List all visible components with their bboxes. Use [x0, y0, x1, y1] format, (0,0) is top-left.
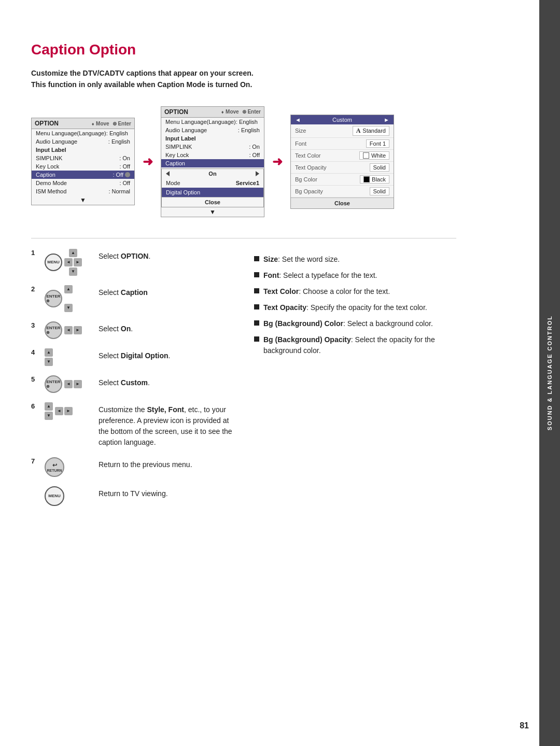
menu-row-language-2: Menu Language(Language): English	[161, 118, 264, 126]
step-2: 2 ENTER⊛ ▲ ▼ Select Caption	[31, 285, 233, 312]
menu-row-keylock-1: Key Lock: Off	[32, 162, 134, 171]
return-button: ↩ RETURN	[45, 457, 64, 477]
enter-button-3: ENTER⊛	[45, 321, 62, 339]
menu-row-audio-1: Audio Language: English	[32, 137, 134, 146]
step-menu-text: Return to TV viewing.	[99, 486, 168, 499]
step-3: 3 ENTER⊛ ◄ ► Select On.	[31, 321, 233, 339]
nav-left-5: ◄	[64, 380, 73, 388]
step-6: 6 ▲ ▼ ◄ ► Customize the Style, Font, etc…	[31, 402, 233, 448]
arrow-2: ➜	[270, 154, 285, 169]
steps-left: 1 MENU ▲ ◄ ► ▼ Select OPTION. 2	[31, 249, 233, 515]
step-1-text: Select OPTION.	[99, 249, 150, 262]
sidebar-text: Sound & Language Control	[547, 315, 553, 430]
steps-section: 1 MENU ▲ ◄ ► ▼ Select OPTION. 2	[31, 249, 456, 515]
nav-up-4: ▲	[45, 348, 53, 357]
step-7: 7 ↩ RETURN Return to the previous menu.	[31, 457, 233, 477]
bullet-square-bgopacity	[254, 336, 259, 342]
bullet-list: Size: Set the word size. Font: Select a …	[254, 254, 456, 356]
nav-right-1: ►	[74, 258, 82, 266]
bullet-square-textcolor	[254, 288, 259, 293]
submenu-close: Close	[162, 197, 263, 207]
step-5-text: Select Custom.	[99, 375, 150, 388]
menu-box-2: OPTION ⬧ Move ⊛ Enter Menu Language(Lang…	[161, 106, 264, 217]
menu-box-2-container: OPTION ⬧ Move ⊛ Enter Menu Language(Lang…	[161, 106, 264, 217]
step-2-text: Select Caption	[99, 285, 148, 298]
nav-right-5: ►	[74, 380, 82, 388]
step-7-text: Return to the previous menu.	[99, 457, 192, 470]
step-1-icons: MENU ▲ ◄ ► ▼	[45, 249, 91, 276]
submenu-on-row: On	[162, 169, 263, 178]
right-sidebar: Sound & Language Control	[539, 0, 560, 746]
bullet-square-textopacity	[254, 304, 259, 309]
step-4-text: Select Digital Option.	[99, 348, 170, 361]
nav-down-1: ▼	[69, 268, 77, 276]
step-2-icons: ENTER⊛ ▲ ▼	[45, 285, 91, 312]
custom-row-font: Font Font 1	[291, 138, 394, 150]
steps-right: Size: Set the word size. Font: Select a …	[254, 249, 456, 515]
step-5-icons: ENTER⊛ ◄ ►	[45, 375, 91, 393]
submenu-mode-row: Mode Service1	[162, 178, 263, 188]
custom-row-textopacity: Text Opacity Solid	[291, 162, 394, 174]
bullet-bgcolor: Bg (Background) Color: Select a backgrou…	[254, 318, 456, 329]
arrow-1: ➜	[140, 154, 156, 169]
bullet-bgopacity: Bg (Background) Opacity: Select the opac…	[254, 334, 456, 356]
custom-close: Close	[291, 198, 394, 208]
bullet-textcolor: Text Color: Choose a color for the text.	[254, 286, 456, 297]
menu-row-ism-1: ISM Method: Normal	[32, 187, 134, 195]
menu-row-demo-1: Demo Mode: Off	[32, 179, 134, 187]
step-3-text: Select On.	[99, 321, 133, 334]
nav-up-1: ▲	[69, 249, 77, 257]
menu-header-2: OPTION ⬧ Move ⊛ Enter	[161, 107, 264, 118]
nav-left-1: ◄	[64, 258, 73, 266]
nav-down-2: ▼	[64, 304, 73, 312]
bullet-square-size	[254, 256, 259, 261]
nav-left-3: ◄	[64, 326, 73, 334]
section-rule	[31, 238, 456, 238]
step-5: 5 ENTER⊛ ◄ ► Select Custom.	[31, 375, 233, 393]
nav-down-6: ▼	[45, 412, 53, 420]
step-menu-icons: MENU	[45, 486, 91, 506]
page-number: 81	[520, 721, 529, 730]
step-7-icons: ↩ RETURN	[45, 457, 91, 477]
bullet-size: Size: Set the word size.	[254, 254, 456, 265]
caption-submenu: On Mode Service1 Digital Option Close	[161, 168, 264, 207]
bg-color-swatch	[363, 176, 370, 182]
bullet-font: Font: Select a typeface for the text.	[254, 270, 456, 281]
nav-up-6: ▲	[45, 402, 53, 411]
bullet-square-font	[254, 272, 259, 277]
enter-button-2: ENTER⊛	[45, 290, 62, 307]
step-menu-only: MENU Return to TV viewing.	[31, 486, 233, 506]
step-1: 1 MENU ▲ ◄ ► ▼ Select OPTION.	[31, 249, 233, 276]
enter-button-5: ENTER⊛	[45, 375, 62, 393]
diagrams-row: OPTION ⬧ Move ⊛ Enter Menu Language(Lang…	[31, 106, 456, 217]
menu-row-simplink-2: SIMPLINK: On	[161, 143, 264, 151]
menu-button-1: MENU	[45, 254, 62, 271]
step-6-icons: ▲ ▼ ◄ ►	[45, 402, 91, 420]
step-4: 4 ▲ ▼ Select Digital Option.	[31, 348, 233, 366]
bullet-square-bgcolor	[254, 320, 259, 326]
custom-row-bgopacity: Bg Opacity Solid	[291, 186, 394, 198]
custom-menu: ◄ Custom ► Size A Standard Font Font 1 T…	[290, 115, 394, 209]
menu-header-1: OPTION ⬧ Move ⊛ Enter	[32, 118, 134, 129]
step-3-icons: ENTER⊛ ◄ ►	[45, 321, 91, 339]
custom-row-size: Size A Standard	[291, 124, 394, 138]
custom-menu-header: ◄ Custom ►	[291, 115, 394, 124]
menu-row-input-2: Input Label	[161, 134, 264, 143]
menu-row-audio-2: Audio Language: English	[161, 126, 264, 134]
step-4-icons: ▲ ▼	[45, 348, 91, 366]
menu-box-1: OPTION ⬧ Move ⊛ Enter Menu Language(Lang…	[31, 118, 135, 205]
menu-row-caption-1: Caption: Off	[32, 171, 134, 179]
main-content: Caption Option Customize the DTV/CADTV c…	[0, 0, 487, 567]
menu-button-final: MENU	[45, 486, 64, 506]
custom-row-bgcolor: Bg Color Black	[291, 174, 394, 186]
menu-row-keylock-2: Key Lock: Off	[161, 151, 264, 159]
nav-right-6: ►	[64, 407, 73, 415]
menu-row-simplink-1: SIMPLINK: On	[32, 154, 134, 162]
nav-right-3: ►	[74, 326, 82, 334]
intro-text: Customize the DTV/CADTV captions that ap…	[31, 67, 456, 91]
menu-row-language-1: Menu Language(Language): English	[32, 129, 134, 137]
menu-arrow-2: ▼	[161, 207, 264, 217]
step-6-text: Customize the Style, Font, etc., to your…	[99, 402, 233, 448]
nav-down-4: ▼	[45, 358, 53, 366]
bullet-textopacity: Text Opacity: Specify the opacity for th…	[254, 302, 456, 313]
